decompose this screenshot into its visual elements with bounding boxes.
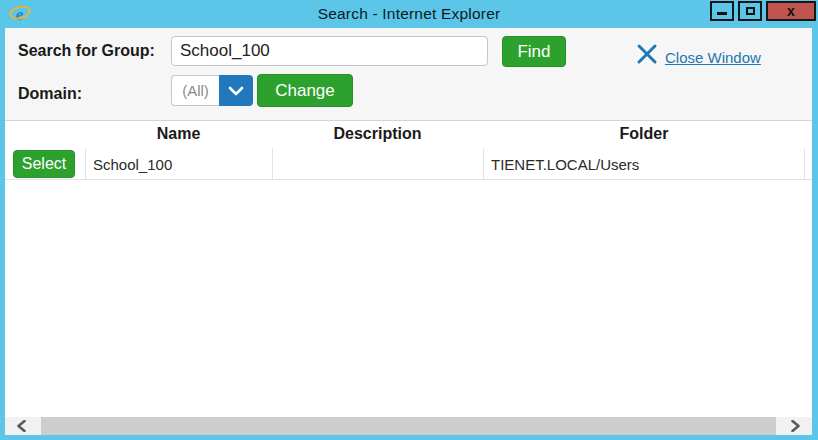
scroll-left-button[interactable] — [5, 417, 38, 435]
close-window-x-icon — [635, 42, 659, 66]
name-cell: School_100 — [85, 148, 272, 180]
horizontal-scrollbar[interactable] — [5, 417, 812, 435]
minimize-icon — [717, 12, 727, 15]
browser-popup-window: e Search - Internet Explorer x Search fo… — [0, 0, 818, 440]
folder-cell: TIENET.LOCAL/Users — [483, 148, 805, 180]
close-window-label: Close Window — [665, 43, 761, 66]
column-header-name: Name — [85, 121, 272, 148]
table-header-row: Name Description Folder — [5, 121, 812, 148]
maximize-icon — [746, 7, 755, 15]
find-button[interactable]: Find — [502, 36, 566, 67]
scrollbar-thumb[interactable] — [41, 417, 776, 435]
chevron-right-icon — [791, 420, 800, 432]
maximize-button[interactable] — [738, 1, 762, 21]
close-window-link[interactable]: Close Window — [635, 42, 761, 66]
description-cell — [272, 148, 483, 180]
group-search-input[interactable] — [171, 36, 488, 66]
search-form: Search for Group: Find Close Window Doma… — [5, 28, 812, 121]
table-row: Select School_100 TIENET.LOCAL/Users — [5, 148, 812, 180]
scroll-right-button[interactable] — [779, 417, 812, 435]
close-icon: x — [787, 4, 795, 18]
chevron-left-icon — [17, 420, 26, 432]
results-table: Name Description Folder Select School_10… — [5, 121, 812, 180]
window-controls: x — [710, 1, 816, 21]
change-button[interactable]: Change — [257, 74, 353, 107]
dropdown-toggle-button[interactable] — [219, 75, 253, 106]
select-cell: Select — [5, 148, 85, 180]
select-button[interactable]: Select — [13, 150, 75, 178]
minimize-button[interactable] — [710, 1, 734, 21]
domain-selected-value: (All) — [171, 75, 219, 106]
page-content: Search for Group: Find Close Window Doma… — [5, 28, 812, 435]
titlebar: e Search - Internet Explorer x — [0, 0, 818, 28]
search-for-group-label: Search for Group: — [18, 42, 155, 60]
chevron-down-icon — [228, 86, 244, 96]
domain-label: Domain: — [18, 85, 82, 103]
window-title: Search - Internet Explorer — [0, 0, 818, 28]
column-header-folder: Folder — [483, 121, 805, 148]
column-header-description: Description — [272, 121, 483, 148]
close-button[interactable]: x — [766, 1, 816, 21]
domain-dropdown[interactable]: (All) — [171, 75, 253, 106]
